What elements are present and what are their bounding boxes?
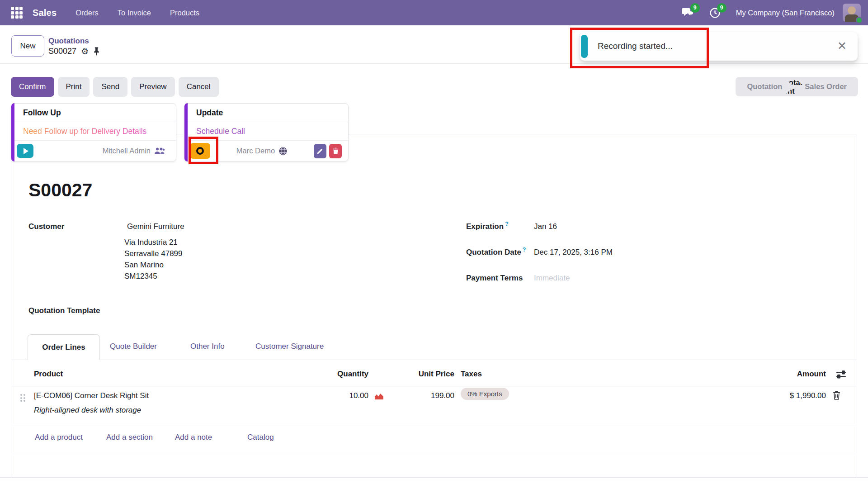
- activities-button[interactable]: 9: [709, 7, 721, 19]
- toast-message: Recording started...: [598, 41, 673, 51]
- payment-terms-label: Payment Terms: [466, 274, 523, 283]
- apps-grid-icon[interactable]: [11, 7, 23, 19]
- navbar-right: 9 9 My Company (San Francisco): [682, 4, 868, 22]
- print-button[interactable]: Print: [58, 77, 90, 97]
- delete-row-trash-icon[interactable]: [832, 390, 841, 400]
- table-bottom-divider: [11, 454, 857, 454]
- activity-assignee: Mitchell Admin: [103, 147, 170, 155]
- column-header-taxes[interactable]: Taxes: [461, 370, 482, 379]
- nav-item-orders[interactable]: Orders: [75, 9, 98, 17]
- activity-assignee: Marc Demo: [210, 147, 314, 156]
- assignee-name: Mitchell Admin: [103, 147, 151, 155]
- pin-icon[interactable]: [93, 47, 100, 56]
- cell-quantity[interactable]: 10.00: [301, 391, 368, 400]
- catalog-link[interactable]: Catalog: [247, 433, 274, 442]
- customer-name-link[interactable]: Gemini Furniture: [127, 222, 184, 231]
- activity-title: Update: [184, 104, 348, 122]
- gear-icon[interactable]: ⚙: [81, 47, 89, 56]
- screen: Sales Orders To Invoice Products 9 9 My …: [0, 0, 868, 494]
- tab-customer-signature[interactable]: Customer Signature: [255, 342, 324, 351]
- quotation-date-label-text: Quotation Date: [466, 248, 521, 256]
- new-button[interactable]: New: [11, 35, 44, 57]
- messages-badge: 9: [690, 3, 700, 13]
- play-icon: [24, 148, 28, 154]
- toast-notification: Recording started... ✕: [580, 32, 858, 61]
- column-header-product[interactable]: Product: [34, 370, 63, 379]
- activity-footer: Mitchell Admin: [11, 141, 176, 161]
- action-buttons: Confirm Print Send Preview Cancel: [11, 77, 219, 97]
- customer-label: Customer: [28, 222, 64, 231]
- column-header-quantity[interactable]: Quantity: [301, 370, 368, 379]
- toast-accent-bar: [581, 35, 588, 58]
- team-people-icon: [154, 147, 165, 155]
- breadcrumb-divider: [0, 63, 868, 64]
- quotation-date-value[interactable]: Dec 17, 2025, 3:16 PM: [534, 248, 613, 257]
- tabs-bottom-border: [11, 360, 857, 360]
- avatar-head: [848, 6, 856, 14]
- column-header-unit-price[interactable]: Unit Price: [382, 370, 454, 379]
- cell-amount: $ 1,990.00: [758, 391, 826, 400]
- cell-taxes-badge[interactable]: 0% Exports: [461, 388, 509, 400]
- cell-product-description[interactable]: Right-aligned desk with storage: [34, 406, 141, 415]
- address-line: Serravalle 47899: [124, 248, 183, 259]
- sheet-bottom-edge: [0, 477, 868, 478]
- column-header-amount[interactable]: Amount: [758, 370, 826, 379]
- confirm-button[interactable]: Confirm: [11, 77, 54, 97]
- company-switcher[interactable]: My Company (San Francisco): [736, 9, 835, 17]
- preview-button[interactable]: Preview: [131, 77, 175, 97]
- add-note-link[interactable]: Add a note: [175, 433, 212, 442]
- record-icon: [196, 147, 204, 155]
- send-button[interactable]: Send: [93, 77, 127, 97]
- assignee-name: Marc Demo: [236, 147, 275, 155]
- tab-other-info[interactable]: Other Info: [190, 342, 225, 351]
- activity-title: Follow Up: [11, 104, 176, 122]
- nav-item-products[interactable]: Products: [170, 9, 199, 17]
- activities-badge: 9: [717, 3, 726, 13]
- quotation-date-label: Quotation Date?: [466, 248, 526, 257]
- row-drag-handle[interactable]: [20, 394, 25, 402]
- tab-order-lines[interactable]: Order Lines: [28, 334, 100, 360]
- optional-columns-sliders-icon[interactable]: [836, 370, 846, 379]
- help-icon[interactable]: ?: [523, 247, 526, 253]
- stage-quotation[interactable]: Quotation: [736, 82, 793, 91]
- activity-summary-link[interactable]: Schedule Call: [184, 122, 348, 141]
- messages-button[interactable]: 9: [682, 7, 694, 19]
- mark-done-play-button[interactable]: [17, 144, 33, 158]
- app-name[interactable]: Sales: [33, 8, 57, 18]
- breadcrumb: S00027 ⚙: [48, 47, 100, 56]
- cell-unit-price[interactable]: 199.00: [382, 391, 454, 400]
- cell-product[interactable]: [E-COM06] Corner Desk Right Sit: [34, 391, 149, 400]
- card-accent-bar: [184, 103, 188, 162]
- activity-footer: Marc Demo: [184, 141, 348, 161]
- breadcrumb-parent-quotations[interactable]: Quotations: [48, 37, 89, 46]
- expiration-label: Expiration?: [466, 222, 509, 231]
- table-header-border: [11, 386, 857, 386]
- address-line: SM12345: [124, 271, 183, 282]
- record-call-button[interactable]: [190, 143, 210, 159]
- table-row-border: [11, 426, 857, 426]
- payment-terms-field[interactable]: Immediate: [534, 274, 570, 283]
- expiration-label-text: Expiration: [466, 222, 504, 231]
- address-line: San Marino: [124, 259, 183, 271]
- trash-icon: [333, 147, 339, 154]
- edit-activity-button[interactable]: [314, 144, 326, 158]
- add-product-link[interactable]: Add a product: [35, 433, 83, 442]
- expiration-value[interactable]: Jan 16: [534, 222, 557, 231]
- tab-quote-builder[interactable]: Quote Builder: [110, 342, 157, 351]
- nav-item-to-invoice[interactable]: To Invoice: [118, 9, 151, 17]
- card-accent-bar: [11, 103, 14, 162]
- user-avatar[interactable]: [843, 4, 861, 22]
- form-sheet: S00027 Customer Gemini Furniture Via Ind…: [11, 134, 857, 478]
- address-line: Via Industria 21: [124, 237, 183, 248]
- activity-summary-link[interactable]: Need Follow up for Delivery Details: [11, 122, 176, 141]
- quotation-template-label: Quotation Template: [28, 306, 100, 315]
- add-section-link[interactable]: Add a section: [106, 433, 153, 442]
- top-navbar: Sales Orders To Invoice Products 9 9 My …: [0, 0, 868, 25]
- breadcrumb-current: S00027: [48, 47, 76, 56]
- cancel-button[interactable]: Cancel: [179, 77, 219, 97]
- help-icon[interactable]: ?: [505, 221, 509, 227]
- delete-activity-button[interactable]: [329, 144, 342, 158]
- close-icon[interactable]: ✕: [837, 39, 847, 52]
- pencil-icon: [317, 148, 323, 154]
- status-pipeline: Quotation Quotation Sent Sales Order: [736, 77, 858, 96]
